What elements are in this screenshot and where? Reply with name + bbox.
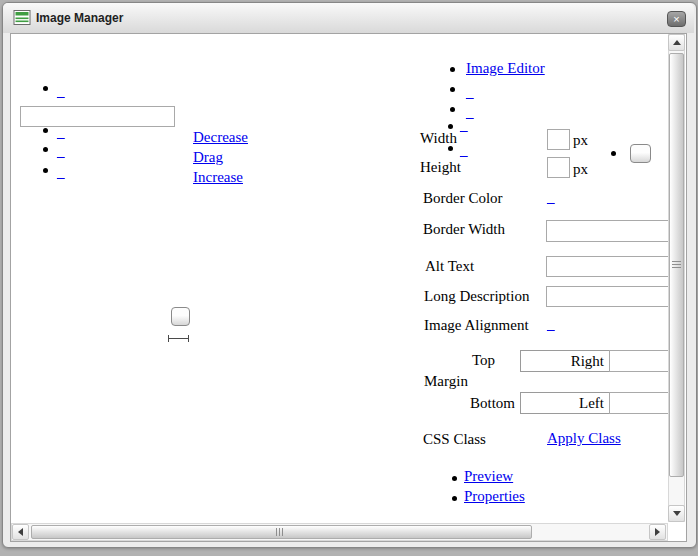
margin-top-label: Top <box>472 352 495 368</box>
toolbar-link-4[interactable]: _ <box>57 164 65 180</box>
horizontal-thumb-grip <box>276 528 283 536</box>
margin-bottom-label: Bottom <box>470 395 515 411</box>
scroll-down-button[interactable] <box>668 505 685 522</box>
width-unit-label: px <box>573 132 588 148</box>
border-color-picker-link[interactable]: _ <box>547 189 555 205</box>
zoom-drag-link[interactable]: Drag <box>193 149 223 165</box>
scroll-right-button[interactable] <box>649 524 666 540</box>
bullet <box>450 67 455 72</box>
scroll-left-button[interactable] <box>12 524 29 540</box>
margin-left-label-cell: Left <box>520 392 610 414</box>
image-search-input[interactable] <box>20 106 175 127</box>
right-toolbar-link-1[interactable]: _ <box>466 84 474 100</box>
properties-link[interactable]: Properties <box>464 488 525 504</box>
close-icon: × <box>673 13 679 25</box>
bullet <box>43 86 48 91</box>
width-bullet-link[interactable]: _ <box>460 117 468 133</box>
scroll-up-button[interactable] <box>668 34 685 51</box>
css-class-label: CSS Class <box>423 431 486 447</box>
zoom-increase-link[interactable]: Increase <box>193 169 243 185</box>
bullet <box>611 151 616 156</box>
long-description-input[interactable] <box>546 286 670 307</box>
bullet <box>450 87 455 92</box>
height-bullet-link[interactable]: _ <box>460 142 468 158</box>
arrow-down-icon <box>673 511 681 516</box>
height-unit-label: px <box>573 161 588 177</box>
arrow-up-icon <box>673 40 681 45</box>
border-color-label: Border Color <box>423 190 503 206</box>
bullet <box>450 107 455 112</box>
image-alignment-label: Image Alignment <box>424 317 529 333</box>
zoom-slider-handle[interactable] <box>171 307 190 326</box>
margin-right-label-cell: Right <box>520 350 610 372</box>
close-button[interactable]: × <box>667 11 686 27</box>
toolbar-link-3[interactable]: _ <box>57 143 65 159</box>
arrow-right-icon <box>655 528 660 536</box>
border-width-input[interactable] <box>546 220 670 242</box>
zoom-slider-track[interactable] <box>168 335 189 342</box>
toolbar-link-2[interactable]: _ <box>57 124 65 140</box>
bullet <box>43 128 48 133</box>
arrow-left-icon <box>18 528 23 536</box>
bullet <box>43 147 48 152</box>
constrain-proportions-button[interactable] <box>630 144 651 163</box>
margin-label: Margin <box>424 373 468 389</box>
bullet <box>452 476 457 481</box>
long-description-label: Long Description <box>424 288 529 304</box>
vertical-thumb-grip <box>672 261 681 268</box>
border-width-label: Border Width <box>423 221 505 237</box>
dialog-title: Image Manager <box>36 11 123 25</box>
margin-left-input[interactable] <box>609 392 670 414</box>
bullet <box>448 146 453 151</box>
zoom-decrease-link[interactable]: Decrease <box>193 129 248 145</box>
width-input[interactable] <box>547 129 570 150</box>
width-label: Width <box>420 130 457 146</box>
image-alignment-picker-link[interactable]: _ <box>547 316 555 332</box>
height-input[interactable] <box>547 157 570 178</box>
bullet <box>452 496 457 501</box>
apply-class-link[interactable]: Apply Class <box>547 430 621 446</box>
bullet <box>448 124 453 129</box>
image-manager-icon <box>13 9 32 27</box>
height-label: Height <box>420 159 461 175</box>
image-editor-link[interactable]: Image Editor <box>466 60 545 76</box>
margin-right-input[interactable] <box>609 350 670 372</box>
alt-text-label: Alt Text <box>425 258 474 274</box>
bullet <box>43 168 48 173</box>
alt-text-input[interactable] <box>546 256 670 277</box>
preview-link[interactable]: Preview <box>464 468 513 484</box>
toolbar-link-1[interactable]: _ <box>57 83 65 99</box>
